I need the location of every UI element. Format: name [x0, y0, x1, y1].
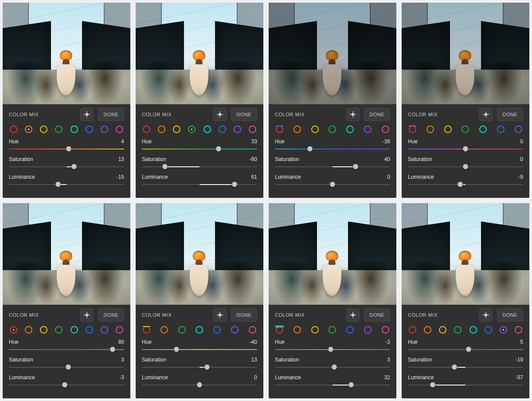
done-button[interactable]: DONE	[231, 108, 257, 121]
swatch-green[interactable]	[329, 126, 336, 133]
saturation-slider[interactable]	[9, 365, 124, 370]
swatch-orange[interactable]	[293, 126, 301, 133]
swatch-red[interactable]	[276, 326, 283, 334]
saturation-thumb[interactable]	[452, 364, 458, 370]
luminance-thumb[interactable]	[232, 181, 238, 187]
swatch-green[interactable]	[188, 126, 196, 133]
swatch-red[interactable]	[143, 326, 150, 334]
hue-thumb[interactable]	[66, 146, 72, 152]
hue-slider[interactable]	[275, 347, 390, 352]
saturation-thumb[interactable]	[331, 364, 337, 370]
swatch-magenta[interactable]	[515, 326, 522, 334]
targeted-adjustment-icon[interactable]	[80, 108, 94, 121]
swatch-purple[interactable]	[500, 326, 507, 334]
hue-thumb[interactable]	[307, 146, 313, 152]
hue-thumb[interactable]	[215, 146, 221, 152]
saturation-slider[interactable]	[142, 164, 257, 169]
saturation-slider[interactable]	[408, 164, 523, 169]
saturation-thumb[interactable]	[65, 364, 71, 370]
swatch-orange[interactable]	[293, 326, 301, 334]
saturation-thumb[interactable]	[204, 364, 210, 370]
luminance-thumb[interactable]	[62, 382, 68, 388]
swatch-magenta[interactable]	[409, 126, 416, 126]
swatch-blue[interactable]	[485, 326, 492, 334]
hue-slider[interactable]	[9, 146, 124, 152]
swatch-magenta[interactable]	[116, 326, 123, 334]
done-button[interactable]: DONE	[497, 108, 523, 121]
swatch-aqua[interactable]	[469, 326, 477, 334]
saturation-thumb[interactable]	[353, 164, 359, 169]
swatch-yellow[interactable]	[311, 126, 319, 133]
swatch-red[interactable]	[10, 326, 17, 334]
swatch-green[interactable]	[178, 326, 186, 334]
swatch-yellow[interactable]	[444, 126, 452, 133]
swatch-aqua[interactable]	[70, 326, 78, 334]
luminance-slider[interactable]	[275, 382, 390, 388]
done-button[interactable]: DONE	[364, 308, 390, 322]
swatch-purple[interactable]	[364, 126, 372, 133]
done-button[interactable]: DONE	[364, 108, 390, 121]
targeted-adjustment-icon[interactable]	[213, 308, 227, 322]
swatch-red[interactable]	[409, 126, 416, 133]
swatch-aqua[interactable]	[346, 126, 354, 133]
saturation-slider[interactable]	[408, 365, 523, 370]
hue-slider[interactable]	[9, 347, 124, 352]
hue-slider[interactable]	[142, 347, 257, 352]
swatch-purple[interactable]	[231, 326, 239, 334]
swatch-blue[interactable]	[213, 326, 221, 334]
swatch-orange[interactable]	[25, 126, 32, 133]
swatch-orange[interactable]	[424, 326, 431, 334]
targeted-adjustment-icon[interactable]	[479, 108, 493, 121]
targeted-adjustment-icon[interactable]	[479, 308, 493, 322]
swatch-blue[interactable]	[497, 126, 505, 133]
swatch-magenta[interactable]	[382, 126, 389, 133]
hue-slider[interactable]	[408, 146, 523, 152]
swatch-yellow[interactable]	[439, 326, 446, 334]
saturation-thumb[interactable]	[463, 164, 469, 169]
luminance-thumb[interactable]	[197, 382, 203, 388]
swatch-green[interactable]	[55, 126, 63, 133]
swatch-green[interactable]	[462, 126, 469, 133]
hue-thumb[interactable]	[466, 346, 471, 352]
swatch-blue[interactable]	[219, 126, 226, 133]
luminance-slider[interactable]	[275, 182, 390, 187]
luminance-slider[interactable]	[9, 382, 124, 388]
swatch-aqua[interactable]	[276, 326, 283, 327]
done-button[interactable]: DONE	[231, 308, 257, 322]
swatch-red[interactable]	[10, 126, 17, 133]
saturation-slider[interactable]	[9, 164, 124, 169]
swatch-yellow[interactable]	[40, 326, 47, 334]
hue-slider[interactable]	[275, 146, 390, 152]
swatch-green[interactable]	[454, 326, 462, 334]
done-button[interactable]: DONE	[497, 308, 523, 322]
swatch-orange[interactable]	[426, 126, 434, 133]
swatch-yellow[interactable]	[311, 326, 319, 334]
swatch-green[interactable]	[329, 326, 336, 334]
hue-thumb[interactable]	[328, 346, 334, 352]
swatch-red[interactable]	[143, 126, 150, 133]
luminance-thumb[interactable]	[458, 181, 463, 187]
hue-thumb[interactable]	[174, 346, 180, 352]
swatch-yellow[interactable]	[143, 326, 150, 327]
done-button[interactable]: DONE	[98, 108, 124, 121]
swatch-orange[interactable]	[25, 326, 32, 334]
swatch-green[interactable]	[55, 326, 63, 334]
swatch-orange[interactable]	[158, 126, 165, 133]
saturation-slider[interactable]	[275, 164, 390, 169]
luminance-thumb[interactable]	[330, 181, 336, 187]
luminance-slider[interactable]	[408, 382, 523, 388]
luminance-slider[interactable]	[142, 382, 257, 388]
targeted-adjustment-icon[interactable]	[213, 108, 227, 121]
luminance-slider[interactable]	[408, 182, 523, 187]
luminance-thumb[interactable]	[348, 382, 354, 388]
hue-slider[interactable]	[142, 146, 257, 152]
saturation-slider[interactable]	[142, 365, 257, 370]
saturation-thumb[interactable]	[162, 164, 168, 169]
saturation-slider[interactable]	[275, 365, 390, 370]
done-button[interactable]: DONE	[98, 308, 124, 322]
saturation-thumb[interactable]	[71, 164, 77, 169]
swatch-blue[interactable]	[86, 126, 93, 133]
swatch-aqua[interactable]	[70, 126, 78, 133]
hue-thumb[interactable]	[463, 146, 469, 152]
swatch-blue[interactable]	[346, 326, 354, 334]
